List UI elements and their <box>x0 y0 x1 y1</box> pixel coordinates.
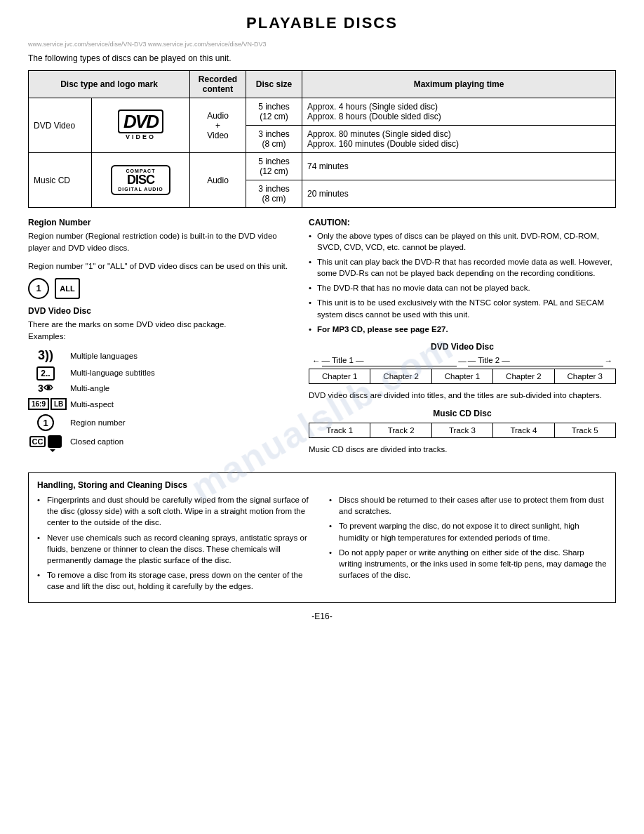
col-header-type: Disc type and logo mark <box>29 71 190 98</box>
url-line: www.service.jvc.com/service/dise/VN-DV3 … <box>28 41 616 48</box>
handling-right-list: Discs should be returned to their cases … <box>329 494 607 581</box>
lb-box: LB <box>51 398 67 410</box>
intro-text: The following types of discs can be play… <box>28 53 616 63</box>
dvd-time-3inch: Approx. 80 minutes (Single sided disc)Ap… <box>302 126 616 153</box>
example-item-languages: 3)) Multiple languages <box>28 348 295 363</box>
table-row: DVD Video DVD VIDEO Audio+Video 5 inches… <box>29 98 616 126</box>
dvd-size-3inch: 3 inches(8 cm) <box>246 126 302 153</box>
chapter-row: Chapter 1 Chapter 2 Chapter 1 Chapter 2 … <box>309 369 616 383</box>
handling-section: Handling, Storing and Cleaning Discs Fin… <box>28 472 616 603</box>
region-number-body1: Region number (Regional restriction code… <box>28 230 295 255</box>
chapter-5: Chapter 3 <box>554 369 615 383</box>
speech-bubble-icon <box>48 435 62 448</box>
angle-icon-symbol: 3👁 <box>38 383 53 394</box>
page-number: -E16- <box>28 611 616 621</box>
dvd-diagram: DVD Video Disc ← — Title 1 — — — Title 2… <box>309 342 616 402</box>
dvd-logo-cell: DVD VIDEO <box>92 98 190 153</box>
ratio-box: 16:9 <box>28 398 49 410</box>
dvd-diagram-desc: DVD video discs are divided into titles,… <box>309 390 616 402</box>
disc-type-cd: Music CD <box>29 153 92 208</box>
region-badge-1: 1 <box>28 278 49 299</box>
two-col-section: Region Number Region number (Regional re… <box>28 218 616 463</box>
languages-icon-symbol: 3)) <box>38 348 53 362</box>
handling-title: Handling, Storing and Cleaning Discs <box>37 480 607 490</box>
caution-title: CAUTION: <box>309 218 616 227</box>
cd-logo-cell: COMPACT DISC DIGITAL AUDIO <box>92 153 190 208</box>
dvd-logo-border: DVD <box>118 110 163 133</box>
example-item-subtitles: 2.. Multi-language subtitles <box>28 367 295 378</box>
dvd-diagram-title: DVD Video Disc <box>309 342 616 352</box>
col-header-size: Disc size <box>246 71 302 98</box>
handling-right-item-1: Discs should be returned to their cases … <box>329 494 607 517</box>
left-column: Region Number Region number (Regional re… <box>28 218 295 463</box>
aspect-icon: 16:9 LB <box>28 398 63 410</box>
caution-list: Only the above types of discs can be pla… <box>309 230 616 335</box>
handling-right-item-3: Do not apply paper or write anything on … <box>329 547 607 581</box>
track-5: Track 5 <box>554 423 615 438</box>
handling-cols: Fingerprints and dust should be carefull… <box>37 494 607 595</box>
subtitles-icon-symbol: 2.. <box>36 366 54 380</box>
example-item-region: 1 Region number <box>28 414 295 431</box>
region-number-title: Region Number <box>28 218 295 227</box>
dvd-video-disc-body: There are the marks on some DVD video di… <box>28 319 295 343</box>
dvd-time-5inch: Approx. 4 hours (Single sided disc)Appro… <box>302 98 616 126</box>
angle-label: Multi-angle <box>70 384 109 392</box>
cc-label: Closed caption <box>70 437 123 446</box>
cd-time-3inch: 20 minutes <box>302 180 616 208</box>
aspect-label: Multi-aspect <box>70 400 114 409</box>
handling-left: Fingerprints and dust should be carefull… <box>37 494 315 595</box>
handling-left-item-3: To remove a disc from its storage case, … <box>37 569 315 592</box>
angle-icon: 3👁 <box>28 383 63 394</box>
track-table: Track 1 Track 2 Track 3 Track 4 Track 5 <box>309 423 616 438</box>
cc-box: CC <box>29 436 46 447</box>
languages-label: Multiple languages <box>70 352 137 360</box>
cd-logo: COMPACT DISC DIGITAL AUDIO <box>111 165 170 196</box>
track-4: Track 4 <box>493 423 554 438</box>
cd-logo-digital: DIGITAL AUDIO <box>118 187 163 192</box>
dvd-size-5inch: 5 inches(12 cm) <box>246 98 302 126</box>
disc-type-dvd: DVD Video <box>29 98 92 153</box>
handling-left-list: Fingerprints and dust should be carefull… <box>37 494 315 592</box>
dvd-recorded-content: Audio+Video <box>190 98 246 153</box>
caution-item-3: The DVD-R that has no movie data can not… <box>309 282 616 293</box>
dvd-logo-text: DVD <box>123 111 158 132</box>
caution-item-5: For MP3 CD, please see page E27. <box>309 324 616 335</box>
dvd-logo: DVD VIDEO <box>118 110 163 140</box>
col-header-recorded: Recorded content <box>190 71 246 98</box>
dvd-title1-label: — Title 1 — <box>322 356 457 366</box>
track-2: Track 2 <box>370 423 431 438</box>
dvd-video-disc-title: DVD Video Disc <box>28 306 295 316</box>
cd-time-5inch: 74 minutes <box>302 153 616 180</box>
region-icon-symbol: 1 <box>37 414 54 431</box>
subtitles-icon: 2.. <box>28 367 63 378</box>
track-3: Track 3 <box>431 423 492 438</box>
track-1: Track 1 <box>309 423 370 438</box>
cd-size-5inch: 5 inches(12 cm) <box>246 153 302 180</box>
handling-left-item-2: Never use chemicals such as record clean… <box>37 532 315 566</box>
example-item-aspect: 16:9 LB Multi-aspect <box>28 398 295 410</box>
region-label: Region number <box>70 418 126 427</box>
arrow-right-2: → <box>605 357 613 365</box>
example-item-angle: 3👁 Multi-angle <box>28 383 295 394</box>
col-header-time: Maximum playing time <box>302 71 616 98</box>
cd-recorded-content: Audio <box>190 153 246 208</box>
cd-logo-disc: DISC <box>127 173 154 187</box>
dvd-logo-sub: VIDEO <box>118 133 163 140</box>
caution-item-1: Only the above types of discs can be pla… <box>309 230 616 253</box>
region-badge-all: ALL <box>55 278 80 299</box>
track-row: Track 1 Track 2 Track 3 Track 4 Track 5 <box>309 423 616 438</box>
cc-icon: CC <box>28 435 63 448</box>
arrow-between: — <box>458 357 467 365</box>
cd-diagram-desc: Music CD discs are divided into tracks. <box>309 444 616 456</box>
region-badges: 1 ALL <box>28 278 295 299</box>
chapter-3: Chapter 1 <box>431 369 492 383</box>
handling-left-item-1: Fingerprints and dust should be carefull… <box>37 494 315 528</box>
cd-diagram-title: Music CD Disc <box>309 409 616 418</box>
dvd-title-row: ← — Title 1 — — — Title 2 — → <box>309 356 616 366</box>
cd-diagram: Music CD Disc Track 1 Track 2 Track 3 Tr… <box>309 409 616 456</box>
chapter-4: Chapter 2 <box>493 369 554 383</box>
chapter-table: Chapter 1 Chapter 2 Chapter 1 Chapter 2 … <box>309 369 616 384</box>
handling-right: Discs should be returned to their cases … <box>329 494 607 595</box>
arrow-left-1: ← <box>312 357 321 365</box>
caution-item-2: This unit can play back the DVD-R that h… <box>309 256 616 279</box>
